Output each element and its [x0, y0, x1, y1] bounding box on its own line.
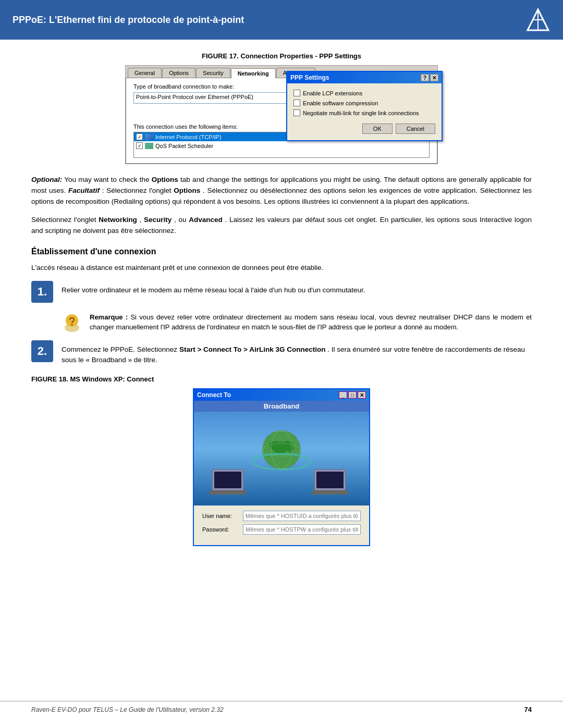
ppp-help-button[interactable]: ? [421, 74, 429, 81]
p2-text2: , [139, 216, 144, 224]
figure18-minimize-button[interactable]: _ [339, 391, 347, 399]
step-2-bold: Start > Connect To > AirLink 3G Connecti… [179, 346, 326, 353]
username-input[interactable] [243, 511, 361, 521]
step-2-text1: Commencez le PPPoE. Sélectionnez [62, 346, 179, 353]
figure18-close-button[interactable]: ✕ [358, 391, 366, 399]
figure18-titlebar: Connect To _ □ ✕ [194, 389, 369, 401]
figure18-subtitle: Broadband [194, 401, 369, 412]
figure18-titlebar-text: Connect To [197, 391, 231, 399]
checkbox-qos[interactable] [136, 142, 143, 149]
svg-rect-16 [312, 490, 348, 495]
p2-text1: Sélectionnez l'onglet [31, 216, 99, 224]
svg-rect-13 [210, 490, 246, 495]
left-laptop [210, 467, 251, 500]
ppp-close-button[interactable]: ✕ [430, 74, 438, 81]
username-label: User name: [202, 513, 239, 519]
note-bold-label: Remarque : [90, 313, 128, 321]
note-body-text: Si vous devez relier votre ordinateur di… [90, 313, 532, 331]
optional-label: Optional: [31, 176, 62, 183]
p2-advanced: Advanced [189, 216, 223, 224]
ppp-actions: OK Cancel [293, 124, 435, 134]
header-title: PPPoE: L'Ethernet fini de protocole de p… [13, 15, 244, 26]
password-label: Password: [202, 526, 239, 533]
ppp-checkbox-1[interactable] [293, 90, 300, 96]
p1-text1: You may want to check the [64, 176, 152, 183]
footer-page: 74 [524, 706, 532, 713]
intro-paragraph: L'accès réseau à distance est maintenant… [31, 263, 532, 274]
ppp-checkbox-3[interactable] [293, 109, 300, 116]
svg-point-5 [71, 324, 73, 325]
figure18-titlebar-buttons: _ □ ✕ [339, 391, 366, 399]
ppp-dialog: PPP Settings ? ✕ Enable LCP extensions E… [286, 71, 443, 141]
header-logo-icon [525, 7, 550, 32]
figure18-dialog: Connect To _ □ ✕ Broadband [193, 388, 370, 546]
section-heading: Établissement d'une connexion [31, 247, 532, 256]
right-laptop [312, 467, 353, 500]
list-item-qos[interactable]: QoS Packet Scheduler [134, 141, 429, 150]
step-1-number: 1. [31, 281, 53, 303]
password-input[interactable] [243, 524, 361, 535]
checkbox-tcp[interactable] [136, 133, 143, 140]
ppp-titlebar: PPP Settings ? ✕ [287, 72, 442, 83]
figure18-container: Connect To _ □ ✕ Broadband [31, 388, 532, 546]
p1-text3: : Sélectionnez l'onglet [102, 187, 174, 194]
step-2-container: 2. Commencez le PPPoE. Sélectionnez Star… [31, 340, 532, 366]
p1-options-bold: Options [152, 176, 178, 183]
tab-options[interactable]: Options [162, 68, 195, 78]
p2-security: Security [144, 216, 172, 224]
username-row: User name: [202, 511, 361, 521]
note-text: Remarque : Si vous devez relier votre or… [90, 312, 532, 333]
figure18-form: User name: Password: [194, 505, 369, 545]
step-1-text: Relier votre ordinateur et le modem au m… [62, 281, 365, 296]
tab-security[interactable]: Security [196, 68, 230, 78]
paragraph-2: Sélectionnez l'onglet Networking , Secur… [31, 215, 532, 237]
paragraph-1: Optional: You may want to check the Opti… [31, 175, 532, 207]
figure18-maximize-button[interactable]: □ [348, 391, 357, 399]
footer-text: Raven-E EV-DO pour TELUS – Le Guide de l… [31, 706, 224, 713]
step-1-container: 1. Relier votre ordinateur et le modem a… [31, 281, 532, 303]
note-icon [62, 312, 82, 333]
p1-options-bold2: Options [174, 187, 200, 194]
figure17-caption: FIGURE 17. Connection Properties - PPP S… [31, 52, 532, 60]
figure18-caption: FIGURE 18. MS Windows XP: Connect [31, 375, 532, 383]
ppp-cancel-button[interactable]: Cancel [396, 124, 435, 134]
ppp-dialog-title: PPP Settings [290, 74, 421, 81]
screenshot-container: General Options Security Networking Adva… [31, 65, 532, 164]
page-header: PPPoE: L'Ethernet fini de protocole de p… [0, 0, 563, 40]
ppp-option-3: Negotiate multi-link for single link con… [293, 109, 435, 116]
screenshot-box: General Options Security Networking Adva… [125, 65, 438, 164]
svg-rect-12 [214, 472, 241, 488]
ppp-ok-button[interactable]: OK [362, 124, 393, 134]
facultatif-label: Facultatif [68, 187, 100, 194]
ppp-body: Enable LCP extensions Enable software co… [287, 83, 442, 140]
ppp-checkbox-2[interactable] [293, 100, 300, 106]
step-2-number: 2. [31, 340, 53, 362]
step-2-text: Commencez le PPPoE. Sélectionnez Start >… [62, 340, 532, 366]
page-footer: Raven-E EV-DO pour TELUS – Le Guide de l… [0, 701, 563, 718]
figure18-image-area [194, 412, 369, 505]
p2-text3: , ou [174, 216, 189, 224]
ppp-option-1: Enable LCP extensions [293, 90, 435, 96]
tab-networking[interactable]: Networking [231, 68, 276, 78]
note-box: Remarque : Si vous devez relier votre or… [62, 312, 532, 333]
globe-graphic [250, 421, 313, 486]
svg-rect-15 [316, 472, 344, 488]
ppp-titlebar-buttons: ? ✕ [421, 74, 438, 81]
password-row: Password: [202, 524, 361, 535]
main-content: FIGURE 17. Connection Properties - PPP S… [0, 40, 563, 567]
ppp-option-2: Enable software compression [293, 100, 435, 106]
tab-general[interactable]: General [128, 68, 162, 78]
p2-networking: Networking [99, 216, 137, 224]
network-icon [145, 134, 153, 140]
scheduler-icon [145, 143, 153, 149]
